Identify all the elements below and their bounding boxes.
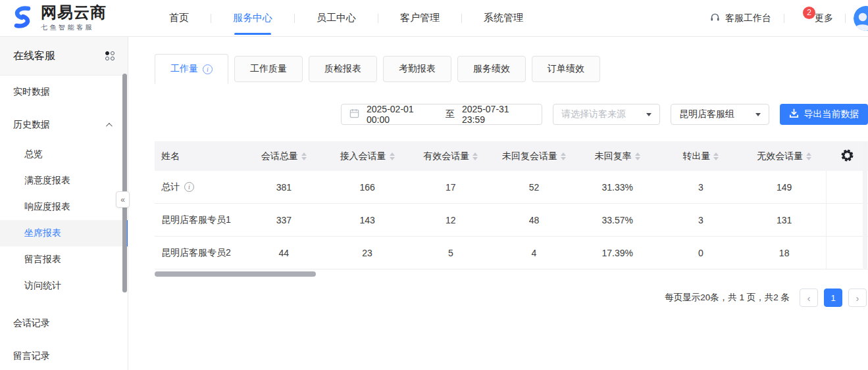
nav-item-service-center[interactable]: 服务中心 <box>211 0 294 36</box>
workbench-link[interactable]: 客服工作台 <box>697 12 784 25</box>
sidebar-item-message-records[interactable]: 留言记录 <box>0 340 128 370</box>
pagination: 每页显示20条，共 1 页，共2 条 ‹ 1 › <box>129 289 868 307</box>
sidebar-item-agent-report[interactable]: 坐席报表 <box>0 220 128 246</box>
agent-report-table: 姓名 会话总量 接入会话量 有效会话量 未回复会话量 未回复率 转出量 无效会话… <box>155 141 868 269</box>
tab-service-performance[interactable]: 服务绩效 <box>457 56 526 82</box>
app-grid-icon[interactable] <box>105 51 115 60</box>
column-label: 未回复会话量 <box>502 150 557 162</box>
nav-item-customer-management[interactable]: 客户管理 <box>378 0 461 36</box>
nav-item-system-management[interactable]: 系统管理 <box>462 0 545 36</box>
sidebar-item-session-records[interactable]: 会话记录 <box>0 307 128 340</box>
sidebar-item-message-report[interactable]: 留言报表 <box>0 246 128 273</box>
column-header-unreplied-sessions[interactable]: 未回复会话量 <box>492 150 576 162</box>
sort-icon[interactable] <box>561 152 566 160</box>
top-nav: 网易云商 七鱼智能客服 首页 服务中心 员工中心 客户管理 系统管理 客服工作台 <box>0 0 868 36</box>
sort-icon[interactable] <box>806 152 811 160</box>
cell: 4 <box>492 248 576 258</box>
table-row-total: 总计 i 381 166 17 52 31.33% 3 149 <box>155 171 868 204</box>
nav-item-home[interactable]: 首页 <box>147 0 211 36</box>
info-icon[interactable]: i <box>184 182 194 192</box>
sidebar-item-response-report[interactable]: 响应度报表 <box>0 194 128 220</box>
cell: 18 <box>742 248 826 258</box>
cell: 33.57% <box>576 215 659 225</box>
tab-order-performance[interactable]: 订单绩效 <box>532 56 600 82</box>
notification-badge: 2 <box>803 7 815 19</box>
sort-icon[interactable] <box>635 152 640 160</box>
cell: 143 <box>326 215 409 225</box>
tab-work-quality[interactable]: 工作质量 <box>234 56 303 82</box>
sidebar-gap <box>0 299 128 307</box>
sidebar-collapse-button[interactable]: « <box>116 191 130 208</box>
visitor-source-select[interactable]: 请选择访客来源 <box>553 104 660 125</box>
sidebar-item-overview[interactable]: 总览 <box>0 141 128 168</box>
column-header-unreplied-rate[interactable]: 未回复率 <box>576 150 659 162</box>
cell: 23 <box>326 248 409 258</box>
table-vertical-scrollbar[interactable] <box>863 141 867 269</box>
avatar[interactable] <box>854 6 868 31</box>
info-icon[interactable]: i <box>203 64 213 74</box>
column-header-accepted-sessions[interactable]: 接入会话量 <box>326 150 409 162</box>
tab-attendance-report[interactable]: 考勤报表 <box>383 56 451 82</box>
download-icon <box>789 108 799 120</box>
more-menu[interactable]: 2 更多 <box>784 12 845 24</box>
tab-workload[interactable]: 工作量 i <box>155 54 228 84</box>
sidebar-item-realtime-data[interactable]: 实时数据 <box>0 76 128 108</box>
sidebar-scrollbar[interactable] <box>122 74 127 292</box>
row-name-cell: 昆明店客服专员2 <box>155 247 242 259</box>
column-header-name: 姓名 <box>155 150 242 162</box>
sort-icon[interactable] <box>390 152 395 160</box>
sort-icon[interactable] <box>301 152 307 160</box>
cell-spacer <box>826 204 868 236</box>
page-1-button[interactable]: 1 <box>824 289 842 307</box>
sidebar-item-label: 会话记录 <box>13 317 50 329</box>
column-header-total-sessions[interactable]: 会话总量 <box>242 150 326 162</box>
logo[interactable]: 网易云商 七鱼智能客服 <box>0 4 107 33</box>
table-row-agent-1: 昆明店客服专员1 337 143 12 48 33.57% 3 131 <box>155 204 868 237</box>
sidebar-title: 在线客服 <box>13 49 55 63</box>
cell: 17 <box>409 182 492 193</box>
column-label: 无效会话量 <box>757 150 803 162</box>
nav-divider <box>0 36 868 37</box>
chevron-up-icon <box>106 122 113 129</box>
prev-page-button[interactable]: ‹ <box>800 289 818 307</box>
filter-bar: 2025-02-01 00:00 至 2025-07-31 23:59 请选择访… <box>129 104 868 125</box>
column-header-valid-sessions[interactable]: 有效会话量 <box>409 150 492 162</box>
cell: 44 <box>242 248 326 258</box>
horizontal-scrollbar-thumb[interactable] <box>155 271 316 277</box>
export-button[interactable]: 导出当前数据 <box>780 104 868 125</box>
cell-spacer <box>826 171 868 203</box>
next-page-button[interactable]: › <box>848 289 867 307</box>
sidebar-item-label: 留言记录 <box>13 350 50 362</box>
agent-group-select[interactable]: 昆明店客服组 <box>671 104 769 125</box>
sidebar-item-satisfaction-report[interactable]: 满意度报表 <box>0 168 128 194</box>
tab-label: 工作量 <box>170 63 198 75</box>
cell: 131 <box>742 215 826 225</box>
cell: 381 <box>242 182 326 193</box>
row-name: 昆明店客服专员2 <box>161 247 231 259</box>
tab-label: 工作质量 <box>250 63 287 75</box>
date-start: 2025-02-01 00:00 <box>367 104 438 125</box>
cell: 48 <box>492 215 576 225</box>
tab-qc-report[interactable]: 质检报表 <box>309 56 377 82</box>
tab-label: 服务绩效 <box>473 63 510 75</box>
gear-icon <box>840 149 854 164</box>
date-end: 2025-07-31 23:59 <box>462 104 534 125</box>
date-range-picker[interactable]: 2025-02-01 00:00 至 2025-07-31 23:59 <box>341 104 542 125</box>
table-header-row: 姓名 会话总量 接入会话量 有效会话量 未回复会话量 未回复率 转出量 无效会话… <box>155 141 868 171</box>
sort-icon[interactable] <box>472 152 478 160</box>
column-header-invalid-sessions[interactable]: 无效会话量 <box>742 150 826 162</box>
cell-spacer <box>826 237 868 269</box>
agent-group-value: 昆明店客服组 <box>679 108 734 120</box>
sidebar-item-label: 满意度报表 <box>24 175 70 187</box>
cell: 3 <box>659 215 743 225</box>
chevron-down-icon <box>755 113 761 116</box>
column-label: 会话总量 <box>261 150 298 162</box>
column-header-transferred-out[interactable]: 转出量 <box>659 150 743 162</box>
nav-item-staff-center[interactable]: 员工中心 <box>295 0 378 36</box>
sidebar-item-history-data[interactable]: 历史数据 <box>0 108 128 141</box>
column-settings-button[interactable] <box>826 141 868 171</box>
cell: 12 <box>409 215 492 225</box>
report-tabs: 工作量 i 工作质量 质检报表 考勤报表 服务绩效 订单绩效 <box>155 54 868 84</box>
sidebar-item-visit-statistics[interactable]: 访问统计 <box>0 273 128 299</box>
sort-icon[interactable] <box>713 152 719 160</box>
